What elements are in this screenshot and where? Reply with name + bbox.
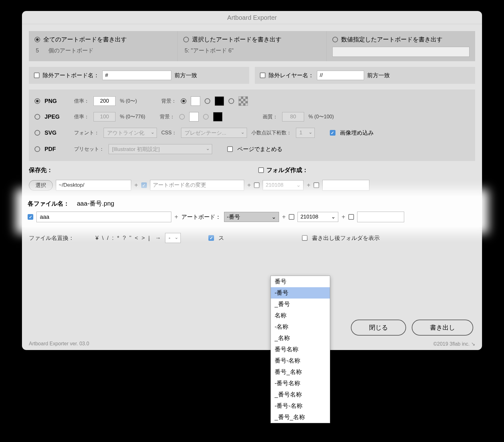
mode-numeric-card[interactable]: 数値指定したアートボードを書き出す	[327, 31, 475, 61]
radio-pdf[interactable]	[35, 146, 40, 152]
artboard-token-label: アートボード：	[181, 213, 221, 221]
pdf-preset-label: プリセット：	[74, 146, 104, 153]
radio-numeric[interactable]	[332, 37, 338, 42]
mode-all-label: 全てのアートボードを書き出す	[43, 35, 127, 44]
filename-prefix-input[interactable]	[36, 212, 171, 222]
replace-row: ファイル名置換： ¥ \ / : * ? " < > | → - ス 書き出し後…	[29, 231, 475, 245]
numeric-range-input[interactable]	[332, 47, 469, 57]
dropdown-option[interactable]: 番号	[271, 276, 330, 287]
artboard-token-select[interactable]: -番号	[224, 212, 279, 222]
jpeg-row: JPEG 倍率： % (0〜776) 背景： 画質： % (0〜100)	[29, 109, 475, 125]
svg-embed-checkbox[interactable]	[330, 130, 335, 136]
selected-artboard-name: 5: "アートボード 6"	[183, 47, 320, 54]
dropdown-option[interactable]: -番号名称	[271, 378, 330, 389]
open-folder-checkbox[interactable]	[302, 235, 308, 241]
svg-font-label: フォント：	[74, 130, 99, 136]
jpeg-label: JPEG	[45, 114, 70, 120]
save-section: 保存先： フォルダ作成：	[29, 166, 475, 177]
folder-create-label: フォルダ作成：	[266, 166, 308, 174]
folder-date-checkbox[interactable]	[254, 182, 260, 188]
dialog-window: Artboard Exporter 全てのアートボードを書き出す 5個のアートボ…	[22, 11, 482, 350]
save-row: 選択 + + 210108 +	[29, 180, 475, 191]
format-block: PNG 倍率： % (0〜) 背景： JPEG 倍率： % (0〜776) 背景…	[29, 89, 475, 161]
swatch-white[interactable]	[191, 96, 200, 106]
dropdown-option[interactable]: 番号名称	[271, 344, 330, 355]
close-button[interactable]: 閉じる	[351, 320, 406, 336]
filename-date-checkbox[interactable]	[289, 214, 294, 220]
plus-icon-3: +	[307, 182, 310, 189]
dropdown-option[interactable]: _番号	[271, 299, 330, 310]
folder-name-checkbox[interactable]	[141, 182, 147, 188]
plus-icon-5: +	[282, 213, 286, 221]
svg-decimal-label: 小数点以下桁数：	[251, 130, 292, 136]
svg-label: SVG	[45, 130, 70, 136]
png-scale-range: % (0〜)	[120, 98, 137, 105]
exclude-layer-box: 除外レイヤー名： 前方一致	[255, 67, 475, 84]
exclude-layer-label: 除外レイヤー名：	[269, 72, 314, 79]
jpeg-bg-label: 背景：	[160, 114, 175, 120]
folder-date-select[interactable]: 210108	[263, 180, 303, 190]
dropdown-option[interactable]: 番号-名称	[271, 355, 330, 366]
radio-png[interactable]	[35, 98, 40, 104]
folder-create-checkbox[interactable]	[258, 167, 264, 173]
png-bg-black-radio[interactable]	[205, 98, 210, 104]
select-path-button[interactable]: 選択	[29, 180, 53, 191]
mode-selected-card[interactable]: 選択したアートボードを書き出す 5: "アートボード 6"	[177, 31, 326, 61]
plus-icon-4: +	[174, 213, 178, 221]
swatch-black[interactable]	[215, 96, 224, 106]
radio-svg[interactable]	[35, 130, 40, 136]
swatch-transparent[interactable]	[239, 96, 248, 106]
dropdown-option[interactable]: _番号_名称	[271, 412, 330, 423]
dropdown-option[interactable]: -番号	[271, 287, 330, 299]
jpeg-bg-white-radio	[179, 114, 185, 120]
pdf-merge-checkbox[interactable]	[227, 146, 233, 152]
footer: Artboard Exporter ver. 03.0 ©2019 3flab …	[29, 341, 475, 347]
png-label: PNG	[45, 98, 70, 105]
exclude-layer-checkbox[interactable]	[260, 73, 265, 78]
dropdown-option[interactable]: 番号_名称	[271, 366, 330, 378]
dropdown-option[interactable]: -名称	[271, 321, 330, 332]
plus-icon-1: +	[134, 182, 138, 189]
exclude-artboard-match: 前方一致	[174, 72, 197, 79]
png-bg-white-radio[interactable]	[181, 98, 186, 104]
folder-extra-checkbox[interactable]	[314, 182, 319, 188]
radio-selected[interactable]	[183, 37, 189, 42]
jpeg-bg-black-radio	[203, 114, 209, 120]
filename-extra-input[interactable]	[357, 212, 404, 222]
png-bg-trans-radio[interactable]	[228, 98, 234, 104]
replace-space-checkbox[interactable]	[208, 235, 214, 241]
dropdown-option[interactable]: _名称	[271, 332, 330, 344]
folder-extra-input[interactable]	[322, 180, 369, 191]
copyright-label: ©2019 3flab inc. ↘	[433, 341, 475, 347]
radio-jpeg[interactable]	[35, 114, 40, 120]
jpeg-scale-label: 倍率：	[74, 114, 89, 120]
filename-extra-checkbox[interactable]	[348, 214, 354, 220]
replace-chars: ¥ \ / : * ? " < > |	[95, 235, 151, 241]
dropdown-option[interactable]: _番号名称	[271, 389, 330, 400]
jpeg-quality-input	[282, 112, 304, 121]
radio-all[interactable]	[35, 37, 40, 42]
save-label: 保存先：	[29, 166, 246, 174]
filename-date-select[interactable]: 210108	[298, 212, 338, 222]
folder-name-input[interactable]	[150, 180, 244, 191]
filename-prefix-checkbox[interactable]	[28, 214, 33, 220]
jpeg-quality-range: % (0〜100)	[308, 114, 334, 120]
dropdown-option[interactable]: 名称	[271, 310, 330, 321]
open-folder-label: 書き出し後フォルダを表示	[312, 234, 380, 242]
pdf-preset-select: [Illustrator 初期設定]	[109, 144, 212, 154]
mode-all-card[interactable]: 全てのアートボードを書き出す 5個のアートボード	[29, 31, 177, 61]
artboard-count-label: 個のアートボード	[48, 47, 94, 54]
export-button[interactable]: 書き出し	[412, 320, 473, 336]
exclude-artboard-input[interactable]	[102, 71, 171, 80]
jpeg-quality-label: 画質：	[263, 114, 278, 120]
save-path-input[interactable]	[56, 180, 131, 191]
svg-css-label: CSS：	[161, 130, 177, 136]
png-scale-label: 倍率：	[74, 98, 89, 105]
exclude-layer-input[interactable]	[317, 71, 364, 80]
replace-char-select[interactable]: -	[165, 233, 181, 243]
replace-label: ファイル名置換：	[29, 234, 74, 242]
png-scale-input[interactable]	[94, 96, 115, 106]
dropdown-option[interactable]: -番号-名称	[271, 400, 330, 412]
svg-embed-label: 画像埋め込み	[340, 129, 374, 137]
exclude-artboard-checkbox[interactable]	[34, 73, 40, 78]
